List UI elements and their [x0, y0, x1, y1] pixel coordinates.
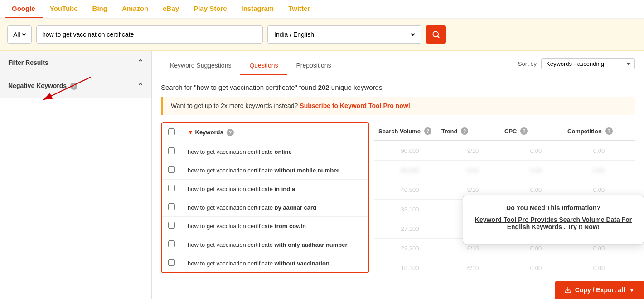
sort-arrow-icon: ▼: [188, 129, 194, 136]
copy-export-button[interactable]: Copy / Export all ▼: [555, 281, 644, 299]
result-text-pre: Search for "how to get vaccination certi…: [161, 83, 318, 91]
keyword-cell-1: how to get vaccination certificate witho…: [181, 161, 368, 180]
content-tabs: Keyword Suggestions Questions Prepositio…: [161, 57, 340, 75]
filter-results-header[interactable]: Filter Results ⌃: [0, 51, 151, 74]
keyword-text-pre: how to get vaccination certificate: [188, 167, 275, 174]
negative-keywords-header[interactable]: Negative Keywords ? ⌃: [0, 74, 151, 98]
tab-youtube[interactable]: YouTube: [43, 0, 85, 18]
keywords-help-icon[interactable]: ?: [227, 129, 234, 136]
keywords-column-header: ▼ Keywords ?: [181, 123, 368, 142]
copy-export-arrow-icon: ▼: [629, 286, 635, 294]
table-row: how to get vaccination certificate onlin…: [162, 142, 368, 161]
cpc-0: 0.00: [504, 147, 567, 154]
search-volume-help-icon[interactable]: ?: [424, 127, 431, 135]
tab-google[interactable]: Google: [5, 0, 43, 18]
location-selector[interactable]: India / English: [267, 25, 421, 44]
row-checkbox-4[interactable]: [168, 222, 175, 229]
comp-1: 0.00: [567, 167, 630, 174]
sv-0: 90,000: [378, 147, 441, 154]
sv-6: 18,100: [378, 265, 441, 271]
download-icon: [564, 286, 571, 294]
popup-cta: . Try It Now!: [564, 223, 600, 230]
cpc-5: 0.00: [504, 245, 567, 252]
row-checkbox-3[interactable]: [168, 203, 175, 210]
trend-6: 6/10: [441, 265, 504, 271]
search-button[interactable]: [426, 25, 446, 44]
sv-3: 33,100: [378, 206, 441, 213]
data-row-1: 90,000 9/10 0.00 0.00: [374, 160, 635, 180]
keywords-table-section: ▼ Keywords ? how to get vaccination cert…: [152, 122, 644, 277]
sort-label: Sort by: [518, 60, 537, 67]
search-input[interactable]: [36, 25, 263, 44]
cpc-1: 0.00: [504, 167, 567, 174]
table-row: how to get vaccination certificate by aa…: [162, 198, 368, 217]
keywords-table-wrapper: ▼ Keywords ? how to get vaccination cert…: [161, 122, 369, 273]
keyword-cell-6: how to get vaccination certificate witho…: [181, 254, 368, 273]
filter-results-chevron: ⌃: [137, 58, 143, 67]
cpc-header: CPC ?: [504, 127, 567, 135]
result-count: 202: [318, 83, 329, 91]
keyword-text-pre: how to get vaccination certificate: [188, 148, 275, 155]
trend-0: 9/10: [441, 147, 504, 154]
table-row: how to get vaccination certificate with …: [162, 235, 368, 254]
tab-amazon[interactable]: Amazon: [115, 0, 155, 18]
tab-bing[interactable]: Bing: [85, 0, 115, 18]
location-dropdown[interactable]: India / English: [272, 30, 416, 39]
trend-2: 8/10: [441, 186, 504, 193]
row-checkbox-0[interactable]: [168, 147, 175, 154]
keyword-text-bold: with only aadhaar number: [275, 241, 348, 248]
tab-prepositions[interactable]: Prepositions: [287, 57, 340, 75]
row-checkbox-5[interactable]: [168, 240, 175, 247]
promo-banner: Want to get up to 2x more keywords inste…: [161, 97, 635, 115]
tab-twitter[interactable]: Twitter: [281, 0, 317, 18]
sort-dropdown[interactable]: Keywords - ascending Keywords - descendi…: [541, 58, 635, 69]
filter-results-label: Filter Results: [8, 59, 48, 66]
comp-5: 0.00: [567, 245, 630, 252]
keywords-header-label: Keywords: [195, 129, 225, 136]
search-type-selector[interactable]: All: [7, 25, 32, 44]
info-popup: Do You Need This Information? Keyword To…: [463, 195, 644, 245]
select-all-checkbox[interactable]: [168, 128, 175, 135]
keyword-cell-5: how to get vaccination certificate with …: [181, 235, 368, 254]
tab-playstore[interactable]: Play Store: [186, 0, 234, 18]
tab-ebay[interactable]: eBay: [155, 0, 186, 18]
sv-1: 90,000: [378, 167, 441, 174]
tab-keyword-suggestions[interactable]: Keyword Suggestions: [161, 57, 240, 75]
search-type-dropdown[interactable]: All: [11, 30, 28, 39]
promo-link[interactable]: Subscribe to Keyword Tool Pro now!: [300, 102, 410, 109]
comp-0: 0.00: [567, 147, 630, 154]
comp-6: 0.00: [567, 265, 630, 271]
keyword-cell-2: how to get vaccination certificate in in…: [181, 180, 368, 198]
row-checkbox-1[interactable]: [168, 166, 175, 173]
trend-help-icon[interactable]: ?: [461, 127, 468, 135]
keyword-text-pre: how to get vaccination certificate: [188, 223, 275, 230]
promo-text: Want to get up to 2x more keywords inste…: [171, 102, 298, 109]
keyword-text-bold: in india: [275, 186, 295, 192]
popup-body: Keyword Tool Pro Provides Search Volume …: [473, 216, 634, 230]
trend-1: 9/10: [441, 167, 504, 174]
tab-questions[interactable]: Questions: [240, 57, 287, 75]
keyword-text-bold: without vaccination: [275, 260, 329, 267]
competition-help-icon[interactable]: ?: [605, 127, 613, 135]
keywords-column: ▼ Keywords ? how to get vaccination cert…: [161, 122, 369, 277]
popup-title: Do You Need This Information?: [473, 204, 634, 211]
popup-link[interactable]: Keyword Tool Pro Provides Search Volume …: [475, 216, 632, 230]
comp-2: 0.00: [567, 186, 630, 193]
row-checkbox-6[interactable]: [168, 259, 175, 266]
keyword-text-pre: how to get vaccination certificate: [188, 186, 275, 192]
keyword-text-bold: from cowin: [275, 223, 306, 230]
content-tabs-row: Keyword Suggestions Questions Prepositio…: [152, 51, 644, 75]
negative-keywords-help-icon[interactable]: ?: [70, 83, 77, 90]
negative-keywords-label: Negative Keywords ?: [8, 82, 77, 90]
sv-4: 27,100: [378, 225, 441, 232]
keyword-text-bold: online: [275, 148, 292, 155]
negative-keywords-section: Negative Keywords ? ⌃: [0, 74, 151, 98]
cpc-help-icon[interactable]: ?: [520, 127, 528, 135]
result-summary: Search for "how to get vaccination certi…: [152, 75, 644, 97]
table-row: how to get vaccination certificate from …: [162, 217, 368, 235]
tab-instagram[interactable]: Instagram: [234, 0, 281, 18]
keyword-text-pre: how to get vaccination certificate: [188, 241, 275, 248]
row-checkbox-2[interactable]: [168, 185, 175, 191]
keyword-text-pre: how to get vaccination certificate: [188, 260, 275, 267]
sv-2: 40,500: [378, 186, 441, 193]
